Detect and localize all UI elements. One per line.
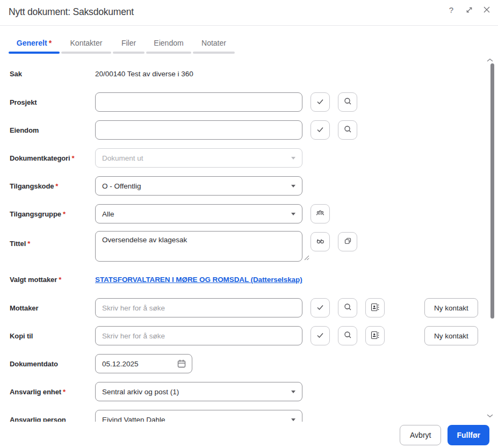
search-icon xyxy=(343,302,352,313)
field-row-prosjekt: Prosjekt xyxy=(10,92,357,112)
tab-underline xyxy=(61,52,111,54)
mottaker-contact-card-button[interactable] xyxy=(365,298,385,317)
eiendom-search-button[interactable] xyxy=(338,120,357,140)
tab-underline xyxy=(193,52,235,54)
dialog-footer: Avbryt Fullfør xyxy=(0,422,498,448)
tab-filer-label: Filer xyxy=(121,39,136,47)
prosjekt-input[interactable] xyxy=(95,92,302,112)
people-group-icon xyxy=(315,208,326,220)
required-marker: * xyxy=(59,276,61,284)
tittel-label: Tittel xyxy=(10,240,26,248)
field-row-tittel: Tittel* Oversendelse av klagesak xyxy=(10,231,357,262)
required-marker: * xyxy=(27,240,30,248)
contact-card-icon xyxy=(370,330,380,342)
required-marker: * xyxy=(63,388,66,396)
field-row-tilgangskode: Tilgangskode* O - Offentlig xyxy=(10,176,302,196)
dokumentdato-label: Dokumentdato xyxy=(10,360,95,368)
mottaker-confirm-button[interactable] xyxy=(311,298,330,317)
eiendom-label: Eiendom xyxy=(10,126,95,134)
ansvarlig-enhet-select[interactable]: Sentral arkiv og post (1) xyxy=(95,382,302,401)
checkmark-icon xyxy=(316,331,324,341)
tab-eiendom[interactable]: Eiendom xyxy=(146,26,191,54)
required-marker: * xyxy=(63,210,66,218)
tab-underline xyxy=(146,52,191,54)
eiendom-confirm-button[interactable] xyxy=(311,120,330,140)
field-row-sak: Sak 20/00140 Test av diverse i 360 xyxy=(10,70,193,78)
new-document-dialog: Nytt dokument: Saksdokument ? Generelt* … xyxy=(0,0,498,448)
prosjekt-confirm-button[interactable] xyxy=(311,92,330,112)
eiendom-input[interactable] xyxy=(95,120,302,140)
tilgangskode-select[interactable]: O - Offentlig xyxy=(95,176,302,196)
tab-underline xyxy=(9,52,60,54)
kopi-til-confirm-button[interactable] xyxy=(311,326,330,345)
tab-notater[interactable]: Notater xyxy=(193,26,235,54)
tittel-phrases-button[interactable] xyxy=(311,232,330,251)
required-marker: * xyxy=(49,39,52,47)
prosjekt-label: Prosjekt xyxy=(10,98,95,106)
valgt-mottaker-link[interactable]: STATSFORVALTAREN I MØRE OG ROMSDAL (Datt… xyxy=(95,276,302,284)
field-row-ansvarlig-enhet: Ansvarlig enhet* Sentral arkiv og post (… xyxy=(10,382,302,401)
sak-value: 20/00140 Test av diverse i 360 xyxy=(95,70,193,78)
calendar-icon[interactable] xyxy=(176,358,187,371)
field-row-mottaker: Mottaker Ny kontakt xyxy=(10,298,478,317)
field-row-eiendom: Eiendom xyxy=(10,120,357,140)
dokumentkategori-select: Dokument ut xyxy=(95,148,302,168)
tilgangsgruppe-select[interactable]: Alle xyxy=(95,204,302,223)
tab-kontakter[interactable]: Kontakter xyxy=(61,26,111,54)
kopi-til-label: Kopi til xyxy=(10,332,95,340)
ansvarlig-enhet-value: Sentral arkiv og post (1) xyxy=(102,388,179,396)
tittel-copy-button[interactable] xyxy=(338,232,357,251)
tab-filer[interactable]: Filer xyxy=(113,26,145,54)
checkmark-icon xyxy=(316,125,324,135)
ansvarlig-enhet-label: Ansvarlig enhet xyxy=(10,388,61,396)
field-row-dokumentdato: Dokumentdato xyxy=(10,354,192,373)
scrollbar-thumb[interactable] xyxy=(490,63,494,319)
tilgangsgruppe-members-button[interactable] xyxy=(311,204,330,223)
tab-kontakter-label: Kontakter xyxy=(70,39,103,47)
search-icon xyxy=(343,330,352,341)
field-row-tilgangsgruppe: Tilgangsgruppe* Alle xyxy=(10,204,330,223)
dialog-header: Nytt dokument: Saksdokument ? xyxy=(0,0,498,26)
help-icon[interactable]: ? xyxy=(446,5,456,15)
kopi-til-search-input[interactable] xyxy=(95,326,302,345)
mottaker-search-button[interactable] xyxy=(338,298,357,317)
tab-underline xyxy=(113,52,145,54)
tittel-textarea[interactable]: Oversendelse av klagesak xyxy=(95,231,302,262)
required-marker: * xyxy=(72,154,75,162)
checkmark-icon xyxy=(316,97,324,107)
kopi-til-contact-card-button[interactable] xyxy=(365,326,385,345)
tilgangsgruppe-label: Tilgangsgruppe xyxy=(10,210,61,218)
field-row-kopi-til: Kopi til Ny kontakt xyxy=(10,326,478,345)
kopi-til-search-button[interactable] xyxy=(338,326,357,345)
window-controls: ? xyxy=(446,5,492,15)
caret-down-icon xyxy=(291,418,295,421)
prosjekt-search-button[interactable] xyxy=(338,92,357,112)
scroll-up-icon[interactable] xyxy=(486,56,494,64)
tab-generelt[interactable]: Generelt* xyxy=(9,26,60,54)
copy-icon xyxy=(343,236,352,247)
scroll-down-icon[interactable] xyxy=(486,411,494,420)
finish-button[interactable]: Fullfør xyxy=(448,425,489,445)
checkmark-icon xyxy=(316,303,324,313)
tilgangskode-value: O - Offentlig xyxy=(102,182,141,190)
mottaker-new-contact-button[interactable]: Ny kontakt xyxy=(424,298,478,317)
tab-generelt-label: Generelt xyxy=(17,39,47,47)
dokumentkategori-label: Dokumentkategori xyxy=(10,154,70,162)
valgt-mottaker-label: Valgt mottaker xyxy=(10,276,57,284)
tab-notater-label: Notater xyxy=(201,39,226,47)
required-marker: * xyxy=(55,182,58,190)
caret-down-icon xyxy=(291,185,295,187)
close-icon[interactable] xyxy=(482,5,492,15)
caret-down-icon xyxy=(291,213,295,215)
maximize-icon[interactable] xyxy=(464,5,474,15)
mottaker-label: Mottaker xyxy=(10,304,95,312)
tab-bar: Generelt* Kontakter Filer Eiendom Notate… xyxy=(9,26,235,54)
field-row-dokumentkategori: Dokumentkategori* Dokument ut xyxy=(10,148,302,168)
dokumentkategori-value: Dokument ut xyxy=(102,154,143,162)
cancel-button[interactable]: Avbryt xyxy=(400,425,441,445)
search-icon xyxy=(343,97,352,107)
double-quotes-icon xyxy=(315,236,325,248)
kopi-til-new-contact-button[interactable]: Ny kontakt xyxy=(424,326,478,345)
mottaker-search-input[interactable] xyxy=(95,298,302,317)
tilgangsgruppe-value: Alle xyxy=(102,210,114,218)
